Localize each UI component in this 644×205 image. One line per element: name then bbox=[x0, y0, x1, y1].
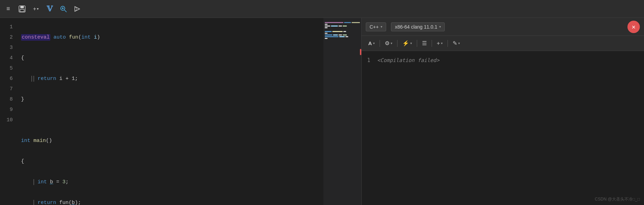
output-line-number: 1 bbox=[367, 57, 370, 63]
toolbar-separator-4 bbox=[432, 40, 432, 47]
code-editor[interactable]: consteval auto fun(int i) { return i + 1… bbox=[16, 18, 323, 205]
font-button[interactable]: A ▾ bbox=[366, 39, 377, 48]
filter-icon: ⚡ bbox=[402, 40, 409, 47]
add-icon[interactable]: +▾ bbox=[30, 3, 41, 14]
minimap bbox=[323, 18, 361, 205]
close-button[interactable]: ✕ bbox=[627, 21, 640, 33]
line-num-5: 5 bbox=[4, 63, 13, 74]
code-line-7: { bbox=[21, 156, 323, 167]
compiler-chevron: ▾ bbox=[439, 25, 441, 29]
output-content: 1<Compilation failed> bbox=[362, 51, 644, 205]
code-line-6: int main() bbox=[21, 136, 323, 146]
code-line-5 bbox=[21, 115, 323, 125]
code-area: 1 2 3 4 5 6 7 8 9 10 consteval auto fun(… bbox=[0, 18, 323, 205]
watermark: CSDN @大圣头不冷□_□ bbox=[595, 196, 640, 202]
toolbar-separator-3 bbox=[417, 40, 417, 47]
minimap-error-indicator bbox=[360, 49, 361, 55]
edit-button[interactable]: ✎ ▾ bbox=[450, 39, 462, 48]
video-icon[interactable]: 𝕍 bbox=[44, 3, 55, 14]
compiler-selector[interactable]: x86-64 clang 11.0.1 ▾ bbox=[391, 22, 445, 31]
font-icon: A bbox=[368, 40, 372, 46]
line-num-4: 4 bbox=[4, 53, 13, 63]
main-toolbar: ≡ +▾ 𝕍 bbox=[0, 0, 644, 18]
filter-button[interactable]: ⚡ ▾ bbox=[400, 39, 414, 48]
add-icon: + bbox=[437, 40, 440, 47]
code-line-3: return i + 1; bbox=[21, 74, 323, 84]
editor-pane: 1 2 3 4 5 6 7 8 9 10 consteval auto fun(… bbox=[0, 18, 361, 205]
search-zoom-icon[interactable] bbox=[58, 3, 69, 14]
save-icon[interactable] bbox=[17, 3, 28, 14]
svg-line-4 bbox=[64, 10, 67, 12]
compiler-label: x86-64 clang 11.0.1 bbox=[395, 24, 437, 30]
line-numbers: 1 2 3 4 5 6 7 8 9 10 bbox=[0, 18, 16, 205]
gear-button[interactable]: ⚙ ▾ bbox=[382, 39, 395, 48]
compilation-message: <Compilation failed> bbox=[377, 57, 440, 63]
add-output-button[interactable]: + ▾ bbox=[434, 39, 445, 48]
output-pane: C++ ▾ x86-64 clang 11.0.1 ▾ ✕ A ▾ ⚙ ▾ ⚡ bbox=[361, 18, 644, 205]
edit-icon: ✎ bbox=[453, 40, 457, 47]
line-num-7: 7 bbox=[4, 84, 13, 94]
line-num-8: 8 bbox=[4, 94, 13, 105]
line-num-2: 2 bbox=[4, 32, 13, 43]
code-line-4: } bbox=[21, 94, 323, 105]
svg-rect-1 bbox=[20, 6, 24, 8]
menu-icon[interactable]: ≡ bbox=[3, 3, 14, 14]
output-secondary-toolbar: A ▾ ⚙ ▾ ⚡ ▾ ☰ + ▾ ✎ bbox=[362, 36, 644, 51]
output-toolbar: C++ ▾ x86-64 clang 11.0.1 ▾ ✕ bbox=[362, 18, 644, 36]
code-line-9: return fun(b); bbox=[21, 198, 323, 205]
line-num-9: 9 bbox=[4, 105, 13, 115]
book-icon: ☰ bbox=[422, 40, 427, 47]
toolbar-separator-2 bbox=[397, 40, 398, 47]
line-num-1: 1 bbox=[4, 22, 13, 32]
language-chevron: ▾ bbox=[381, 25, 382, 29]
line-num-10: 10 bbox=[4, 115, 13, 125]
minimap-content bbox=[323, 18, 361, 41]
line-num-6: 6 bbox=[4, 74, 13, 84]
main-content: 1 2 3 4 5 6 7 8 9 10 consteval auto fun(… bbox=[0, 18, 644, 205]
code-line-8: int b = 3; bbox=[21, 177, 323, 187]
svg-rect-2 bbox=[20, 9, 24, 12]
line-num-3: 3 bbox=[4, 43, 13, 53]
gear-icon: ⚙ bbox=[385, 40, 390, 47]
toolbar-separator-1 bbox=[380, 40, 380, 47]
code-line-1: consteval auto fun(int i) bbox=[21, 32, 323, 43]
code-line-2: { bbox=[21, 53, 323, 63]
run-icon[interactable] bbox=[72, 3, 83, 14]
language-label: C++ bbox=[370, 24, 379, 30]
toolbar-separator-5 bbox=[447, 40, 448, 47]
book-button[interactable]: ☰ bbox=[420, 39, 429, 48]
language-selector[interactable]: C++ ▾ bbox=[366, 22, 386, 31]
